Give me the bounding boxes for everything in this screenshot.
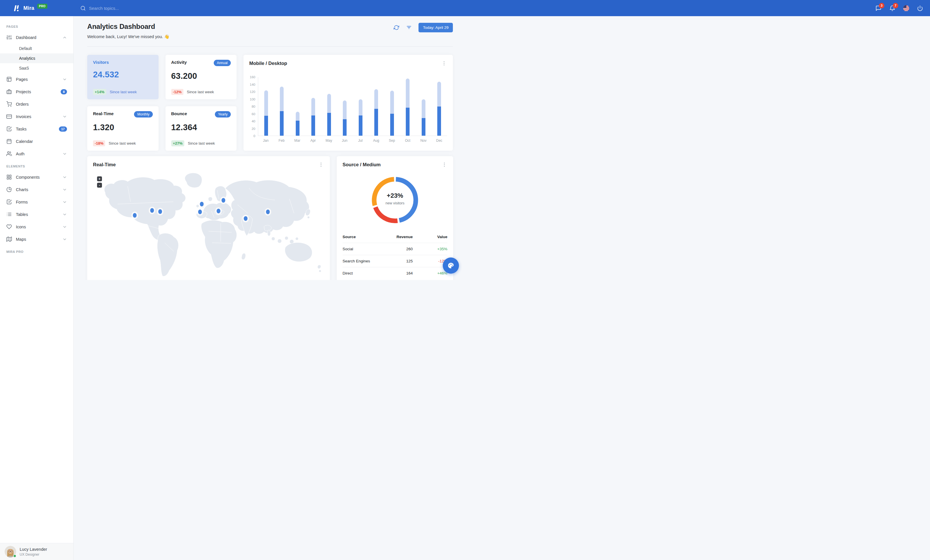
stat-period-badge[interactable]: Monthly [134, 111, 152, 118]
sidebar-item-icons[interactable]: Icons [0, 221, 73, 233]
map-card-menu-button[interactable] [318, 161, 324, 168]
chevron-down-icon [62, 200, 67, 204]
map-marker[interactable] [133, 213, 137, 218]
map-marker[interactable] [158, 209, 162, 214]
map-marker[interactable] [198, 210, 202, 214]
x-tick-label: Jul [353, 138, 368, 143]
chart-y-axis: 020406080100120140160 [249, 77, 258, 136]
heart-icon-wrap [6, 224, 12, 230]
sidebar-item-maps[interactable]: Maps [0, 233, 73, 245]
realtime-map-card: Real-Time [87, 156, 330, 280]
bar-segment-desktop [359, 99, 362, 115]
chart-card-menu-button[interactable] [441, 60, 447, 66]
top-navbar: Mira PRO 3 7 [0, 0, 465, 16]
credit-card-icon-wrap [6, 114, 12, 119]
bar-segment-mobile [406, 108, 410, 136]
theme-customizer-fab[interactable] [443, 258, 459, 274]
sidebar-count-badge: 8 [61, 89, 67, 94]
sidebar-item-label: Tables [16, 212, 28, 217]
map-marker[interactable] [200, 202, 203, 206]
calendar-icon [6, 138, 12, 144]
filter-button[interactable] [404, 23, 414, 32]
cell-value: +35% [413, 243, 447, 255]
sidebar-item-auth[interactable]: Auth [0, 147, 73, 160]
bar-segment-mobile [374, 109, 378, 136]
more-vertical-icon [442, 162, 447, 167]
pie-chart-icon-wrap [6, 187, 12, 192]
y-tick-label: 20 [252, 127, 255, 130]
x-tick-label: Mar [289, 138, 305, 143]
donut-slice-search-engines[interactable] [376, 207, 397, 221]
sidebar-subitem-analytics[interactable]: Analytics [0, 54, 73, 63]
map-marker[interactable] [266, 210, 270, 214]
stat-period-badge[interactable]: Annual [214, 60, 231, 66]
refresh-button[interactable] [391, 23, 401, 32]
header-actions: Today: April 29 [391, 23, 453, 32]
sidebar-subitem-saas[interactable]: SaaS [0, 63, 73, 73]
sidebar-item-tables[interactable]: Tables [0, 208, 73, 221]
bar-feb [274, 77, 290, 136]
map-marker[interactable] [150, 208, 154, 213]
stat-value: 63.200 [171, 71, 231, 81]
stat-title: Visitors [93, 60, 109, 64]
sidebar-item-invoices[interactable]: Invoices [0, 110, 73, 123]
stat-card-real-time: Real-TimeMonthly1.320-18%Since last week [87, 106, 159, 151]
search-input[interactable] [89, 6, 158, 11]
sidebar-subitem-default[interactable]: Default [0, 44, 73, 54]
page-header: Analytics Dashboard Welcome back, Lucy! … [87, 23, 453, 39]
map-marker[interactable] [244, 216, 248, 221]
map-zoom-in-button[interactable]: + [97, 176, 102, 181]
sidebar-item-orders[interactable]: Orders [0, 98, 73, 110]
chevron-up-wrap [62, 35, 67, 40]
list-icon-wrap [6, 212, 12, 217]
bar-aug [368, 77, 385, 136]
brand[interactable]: Mira PRO [0, 4, 72, 12]
cell-revenue: 125 [387, 255, 413, 267]
bar-segment-mobile [280, 111, 283, 136]
bar-segment-mobile [264, 116, 268, 136]
donut-chart: +23% new visitors [343, 170, 447, 230]
map-zoom-out-button[interactable]: - [97, 183, 102, 188]
sidebar-nav: PAGESDashboardDefaultAnalyticsSaaSPagesP… [0, 16, 73, 280]
briefcase-icon-wrap [6, 89, 12, 94]
cell-source: Search Engines [343, 255, 387, 267]
source-table-row: Search Engines125-12% [343, 255, 447, 267]
chevron-down-icon [62, 237, 67, 242]
sidebar-item-dashboard[interactable]: Dashboard [0, 31, 73, 44]
stat-caption: Since last week [188, 141, 215, 146]
sidebar-item-projects[interactable]: Projects8 [0, 86, 73, 98]
grid-icon-wrap [6, 174, 12, 180]
col-value: Value [413, 231, 447, 243]
x-tick-label: Aug [368, 138, 384, 143]
sidebar-item-components[interactable]: Components [0, 171, 73, 183]
map-icon [6, 236, 12, 242]
sidebar-item-charts[interactable]: Charts [0, 183, 73, 196]
global-search[interactable] [80, 6, 158, 11]
pro-badge: PRO [37, 4, 47, 9]
search-icon [80, 6, 86, 11]
sidebar-item-calendar[interactable]: Calendar [0, 135, 73, 147]
bar-segment-desktop [327, 94, 331, 113]
more-vertical-icon [441, 61, 447, 66]
chevron-down-wrap [62, 237, 67, 242]
sidebar-item-pages[interactable]: Pages [0, 73, 73, 86]
source-card-menu-button[interactable] [441, 161, 447, 168]
palette-icon [447, 262, 454, 269]
stat-delta-badge: -18% [93, 140, 105, 146]
map-marker[interactable] [217, 209, 220, 213]
stat-period-badge[interactable]: Yearly [215, 111, 231, 118]
bar-segment-mobile [311, 115, 315, 136]
x-tick-label: Dec [431, 138, 447, 143]
bar-segment-desktop [422, 99, 425, 118]
bar-oct [400, 77, 416, 136]
sidebar-item-forms[interactable]: Forms [0, 196, 73, 208]
bar-segment-mobile [343, 119, 346, 136]
sidebar-item-tasks[interactable]: Tasks17 [0, 123, 73, 135]
world-map[interactable]: + - [87, 170, 330, 280]
bar-sep [384, 77, 400, 136]
map-marker[interactable] [222, 198, 225, 203]
chevron-down-wrap [62, 212, 67, 217]
map-zoom-controls: + - [97, 176, 102, 188]
date-range-button[interactable]: Today: April 29 [419, 23, 453, 32]
y-tick-label: 60 [252, 112, 255, 116]
